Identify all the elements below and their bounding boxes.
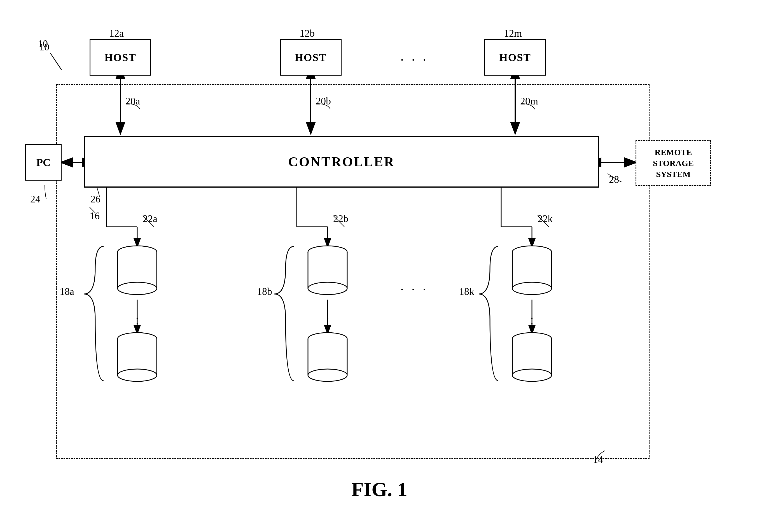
ref-12b: 12b <box>300 27 315 39</box>
svg-text:·: · <box>531 323 533 336</box>
svg-point-32 <box>118 282 157 295</box>
ref-24: 24 <box>30 193 40 205</box>
ref-22b: 22b <box>333 213 348 225</box>
figure-label: FIG. 1 <box>17 478 742 501</box>
svg-text:·: · <box>326 323 329 336</box>
ref-22k: 22k <box>538 213 553 225</box>
ref-10: 10 <box>38 38 48 50</box>
diagram-container: · · · · · · · · · · · · · · · 10 <box>17 17 742 507</box>
svg-point-52 <box>512 282 551 295</box>
svg-text:·: · <box>136 323 139 336</box>
svg-point-47 <box>308 369 347 381</box>
svg-point-57 <box>512 369 551 381</box>
svg-text:· · ·: · · · <box>400 282 428 297</box>
ref-18b: 18b <box>257 286 272 297</box>
pc-box: PC <box>25 144 61 181</box>
host-m-box: HOST <box>484 39 546 76</box>
host-b-label: HOST <box>295 51 327 63</box>
remote-storage-box: REMOTESTORAGESYSTEM <box>636 140 711 186</box>
remote-storage-label: REMOTESTORAGESYSTEM <box>653 147 694 180</box>
ref-12a: 12a <box>109 27 124 39</box>
ref-18a: 18a <box>60 286 74 297</box>
ref-20b: 20b <box>316 95 331 107</box>
ref-20m: 20m <box>520 95 538 107</box>
host-a-label: HOST <box>104 51 136 63</box>
pc-label: PC <box>36 156 51 169</box>
ref-26: 26 <box>91 193 100 205</box>
diagram-svg: · · · · · · · · · · · · · · · 10 <box>17 17 742 507</box>
ref-14: 14 <box>593 454 603 465</box>
controller-label: CONTROLLER <box>288 154 395 169</box>
svg-text:· · ·: · · · <box>400 52 428 67</box>
svg-point-42 <box>308 282 347 295</box>
ref-20a: 20a <box>125 95 140 107</box>
ref-22a: 22a <box>143 213 157 225</box>
controller-box: CONTROLLER <box>84 136 599 187</box>
host-b-box: HOST <box>280 39 341 76</box>
ref-28: 28 <box>609 174 619 185</box>
ref-18k: 18k <box>459 286 474 297</box>
ref-16: 16 <box>90 210 100 222</box>
ref-12m: 12m <box>504 27 522 39</box>
host-m-label: HOST <box>499 51 531 63</box>
svg-point-37 <box>118 369 157 381</box>
host-a-box: HOST <box>90 39 151 76</box>
